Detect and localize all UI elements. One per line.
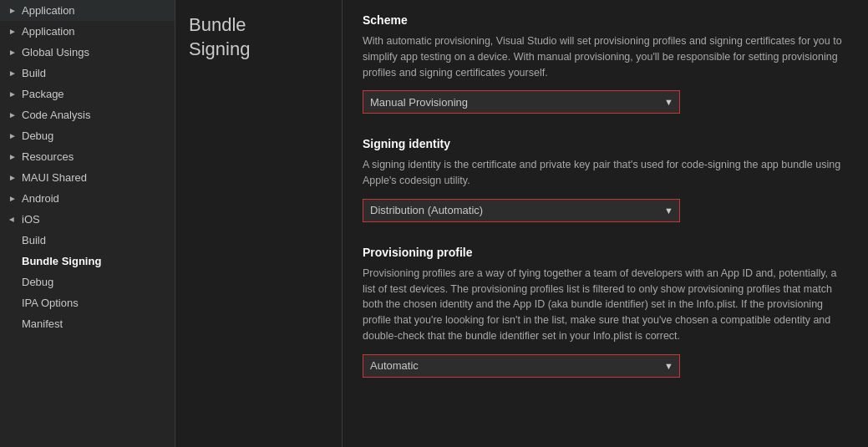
sidebar-item-label: Android: [22, 192, 59, 205]
main-content: Scheme With automatic provisioning, Visu…: [343, 0, 868, 447]
chevron-right-icon: ►: [7, 26, 18, 38]
sidebar-item-label: Bundle Signing: [22, 255, 101, 267]
sidebar-item-global-usings[interactable]: ► Global Usings: [0, 42, 175, 63]
chevron-right-icon: ►: [7, 89, 18, 100]
chevron-right-icon: ►: [7, 172, 18, 184]
sidebar-item-package[interactable]: ► Package: [0, 84, 175, 104]
chevron-right-icon: ►: [7, 68, 18, 79]
scheme-dropdown[interactable]: Manual Provisioning Automatic Provisioni…: [363, 90, 680, 114]
provisioning-dropdown-wrapper: Automatic None ▼: [363, 354, 680, 378]
provisioning-description: Provisioning profiles are a way of tying…: [363, 266, 848, 344]
sidebar-item-label: Manifest: [22, 317, 63, 330]
sidebar-item-label: Global Usings: [22, 46, 89, 58]
sidebar-item-android[interactable]: ► Android: [0, 188, 175, 209]
sidebar-item-debug[interactable]: ► Debug: [0, 125, 175, 146]
sidebar-item-label: Build: [22, 234, 46, 246]
provisioning-dropdown[interactable]: Automatic None: [363, 354, 680, 378]
sidebar-item-code-analysis[interactable]: ► Code Analysis: [0, 104, 175, 125]
signing-title: Signing identity: [363, 137, 848, 150]
sidebar-item-maui-shared[interactable]: ► MAUI Shared: [0, 167, 175, 188]
sidebar-item-ios-bundle-signing[interactable]: Bundle Signing: [15, 251, 175, 272]
chevron-right-icon: ►: [7, 151, 18, 163]
chevron-right-icon: ►: [7, 130, 18, 142]
chevron-right-icon: ►: [7, 193, 18, 205]
sidebar-item-ios-ipa-options[interactable]: IPA Options: [15, 292, 175, 313]
sidebar-item-label: Debug: [22, 276, 53, 288]
scheme-section: Scheme With automatic provisioning, Visu…: [363, 13, 848, 114]
sidebar-item-label: MAUI Shared: [22, 171, 87, 184]
sidebar-item-application-2[interactable]: ► Application: [0, 21, 175, 42]
sidebar-item-resources[interactable]: ► Resources: [0, 146, 175, 167]
scheme-description: With automatic provisioning, Visual Stud…: [363, 33, 848, 80]
sidebar-item-application-1[interactable]: ► Application: [0, 0, 175, 21]
chevron-right-icon: ►: [7, 5, 18, 17]
signing-section: Signing identity A signing identity is t…: [363, 137, 848, 222]
chevron-down-icon: ▼: [7, 214, 18, 226]
sidebar-item-label: Application: [22, 4, 75, 17]
sidebar-item-label: IPA Options: [22, 297, 79, 309]
sidebar: ► Application ► Application ► Global Usi…: [0, 0, 175, 447]
sidebar-item-ios-build[interactable]: Build: [15, 230, 175, 251]
signing-description: A signing identity is the certificate an…: [363, 157, 848, 189]
page-title: Bundle Signing: [189, 13, 328, 61]
signing-dropdown[interactable]: Distribution (Automatic) iPhone Develope…: [363, 199, 680, 222]
sidebar-item-label: Code Analysis: [22, 109, 90, 121]
provisioning-section: Provisioning profile Provisioning profil…: [363, 246, 848, 378]
sidebar-item-label: Package: [22, 88, 64, 100]
ios-children: Build Bundle Signing Debug IPA Options M…: [0, 230, 175, 334]
sidebar-item-build[interactable]: ► Build: [0, 63, 175, 84]
provisioning-title: Provisioning profile: [363, 246, 848, 259]
sidebar-item-ios-manifest[interactable]: Manifest: [15, 313, 175, 334]
sidebar-item-label: Build: [22, 67, 46, 79]
chevron-right-icon: ►: [7, 47, 18, 58]
chevron-right-icon: ►: [7, 109, 18, 121]
sidebar-item-label: Application: [22, 25, 75, 38]
scheme-title: Scheme: [363, 13, 848, 27]
sidebar-item-label: Debug: [22, 130, 53, 142]
sidebar-item-label: iOS: [22, 213, 40, 226]
signing-dropdown-wrapper: Distribution (Automatic) iPhone Develope…: [363, 199, 680, 222]
sidebar-item-ios[interactable]: ▼ iOS: [0, 209, 175, 230]
scheme-dropdown-wrapper: Manual Provisioning Automatic Provisioni…: [363, 90, 680, 114]
sidebar-item-ios-debug[interactable]: Debug: [15, 272, 175, 292]
sidebar-item-label: Resources: [22, 150, 74, 163]
header-panel: Bundle Signing: [175, 0, 343, 447]
